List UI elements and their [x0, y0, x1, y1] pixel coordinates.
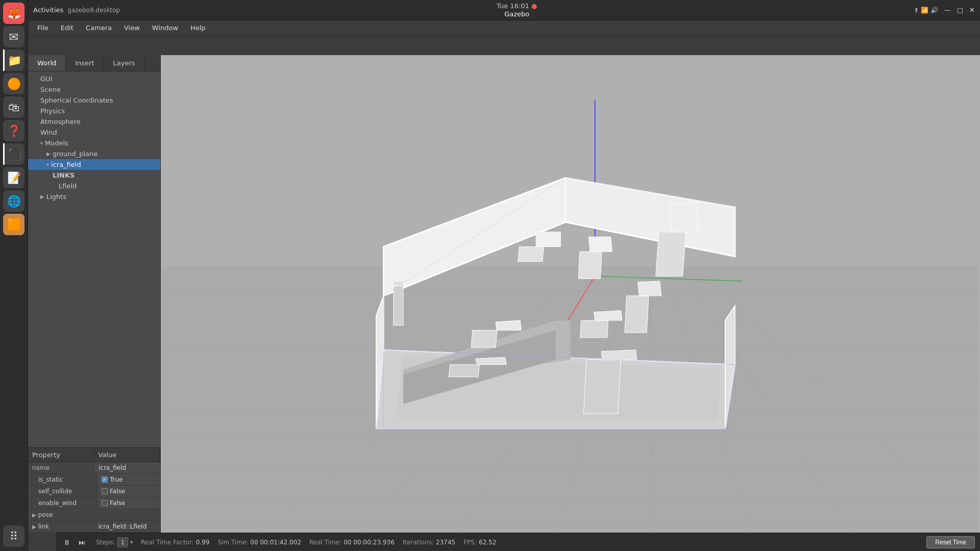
sim-time-item: Sim Time: 00 00:01:42.002 [217, 539, 301, 546]
tree-icra-field[interactable]: ▾ icra_field [28, 159, 160, 170]
tree-links[interactable]: LINKS [28, 170, 160, 181]
svg-rect-40 [394, 286, 403, 325]
files-icon[interactable]: 📁 [3, 49, 24, 71]
tree-gui[interactable]: GUI [28, 73, 160, 84]
prop-selfcollide-row: self_collide False [28, 486, 160, 497]
svg-marker-47 [594, 311, 622, 320]
prop-link-label: ▶ link [28, 521, 94, 532]
firefox-icon[interactable]: 🦊 [3, 3, 24, 24]
svg-marker-37 [670, 203, 698, 232]
svg-marker-33 [536, 232, 560, 247]
tab-insert[interactable]: Insert [66, 55, 104, 71]
prop-link-value: icra_field::Lfield [94, 521, 161, 532]
svg-marker-45 [476, 357, 507, 364]
gazebo-icon[interactable]: 🟧 [3, 214, 24, 235]
real-time-label: Real Time: [309, 539, 341, 546]
prop-isstatic-label: is_static [28, 474, 97, 485]
pose-arrow: ▶ [32, 512, 36, 518]
reset-time-button[interactable]: Reset Time [926, 536, 975, 548]
prop-selfcollide-value[interactable]: False [97, 486, 160, 497]
tree-spherical[interactable]: Spherical Coordinates [28, 95, 160, 106]
link-arrow: ▶ [32, 524, 36, 530]
prop-name-row: name icra_field [28, 462, 160, 474]
real-time-value: 00 00:00:23.936 [344, 539, 395, 546]
step-btn[interactable]: ⏭ [77, 537, 88, 548]
tree-ground-plane[interactable]: ▶ ground_plane [28, 148, 160, 159]
notes-icon[interactable]: 📝 [3, 167, 24, 188]
grid-icon[interactable]: ⠿ [3, 525, 24, 547]
menu-help[interactable]: Help [185, 22, 211, 34]
menu-bar: File Edit Camera View Window Help [28, 20, 980, 36]
activities-label[interactable]: Activities [33, 6, 63, 14]
svg-marker-35 [589, 237, 612, 252]
pause-btn[interactable]: ⏸ [61, 537, 72, 548]
steps-value[interactable]: 1 [117, 537, 129, 547]
svg-marker-41 [394, 281, 403, 286]
menu-file[interactable]: File [32, 22, 54, 34]
prop-link-row[interactable]: ▶ link icra_field::Lfield [28, 521, 160, 533]
prop-isstatic-row: is_static ✓ True [28, 474, 160, 486]
prop-pose-row[interactable]: ▶ pose [28, 509, 160, 521]
maximize-btn[interactable]: □ [957, 6, 963, 14]
app-name[interactable]: gazebo9.desktop [67, 7, 120, 14]
wind-checkbox[interactable] [102, 500, 108, 506]
models-arrow: ▾ [40, 140, 43, 146]
svg-rect-44 [449, 365, 479, 377]
rtf-label: Real Time Factor: [141, 539, 193, 546]
prop-pose-label: ▶ pose [28, 509, 160, 520]
ground-arrow: ▶ [46, 151, 51, 157]
svg-rect-36 [656, 232, 686, 277]
tree-physics[interactable]: Physics [28, 106, 160, 116]
iterations-label: Iterations: [403, 539, 434, 546]
prop-name-label: name [28, 462, 94, 473]
menu-camera[interactable]: Camera [81, 22, 117, 34]
minimize-btn[interactable]: — [944, 6, 951, 14]
terminal-icon[interactable]: ⬛ [3, 143, 24, 165]
tree-atmosphere[interactable]: Atmosphere [28, 116, 160, 127]
fps-label: FPS: [463, 539, 477, 546]
menu-view[interactable]: View [119, 22, 145, 34]
steps-label: Steps: [96, 539, 115, 546]
prop-isstatic-value[interactable]: ✓ True [97, 474, 160, 485]
menu-window[interactable]: Window [147, 22, 183, 34]
fps-value: 62.52 [479, 539, 496, 546]
title-bar: Activities gazebo9.desktop Tue 16:01 ● G… [28, 0, 980, 20]
steps-dropdown[interactable]: ▾ [130, 539, 133, 545]
prop-selfcollide-label: self_collide [28, 486, 97, 497]
tree-models[interactable]: ▾ Models [28, 138, 160, 148]
playback-controls: ⏸ ⏭ [61, 537, 88, 548]
prop-wind-value[interactable]: False [97, 497, 160, 509]
os-sidebar: 🦊 ✉ 📁 🟠 🛍 ❓ ⬛ 📝 🌐 🟧 ⠿ [0, 0, 28, 551]
tree-lfield[interactable]: Lfield [28, 181, 160, 191]
viewport[interactable] [161, 55, 980, 533]
svg-rect-34 [578, 252, 602, 279]
svg-rect-46 [580, 320, 608, 338]
tab-world[interactable]: World [28, 55, 66, 71]
browser2-icon[interactable]: 🌐 [3, 190, 24, 212]
sim-time-label: Sim Time: [217, 539, 248, 546]
close-btn[interactable]: ✕ [969, 6, 975, 14]
svg-rect-48 [583, 360, 621, 414]
prop-wind-row: enable_wind False [28, 497, 160, 509]
world-tree: GUI Scene Spherical Coordinates Physics … [28, 71, 160, 447]
tab-layers[interactable]: Layers [104, 55, 145, 71]
svg-rect-32 [518, 247, 544, 262]
ubuntu-icon[interactable]: 🟠 [3, 73, 24, 94]
help-icon[interactable]: ❓ [3, 120, 24, 141]
svg-rect-42 [471, 330, 497, 347]
main-layout: ↖ ✛ ↻ ⤢ ↩ ▾ ↪ ▾ ⬜ ● ⬛ ✦ ☀ ⚡ ⎘ 📋 ⊞ ⧠ 📐 📷 [28, 55, 980, 533]
selfcollide-checkbox[interactable] [102, 488, 108, 494]
properties-header: Property Value [28, 448, 160, 462]
menu-edit[interactable]: Edit [56, 22, 79, 34]
datetime: Tue 16:01 [497, 2, 529, 10]
icra-arrow: ▾ [46, 162, 49, 167]
prop-wind-label: enable_wind [28, 497, 97, 509]
title-bar-right: ⬆ 📶 🔊 — □ ✕ [914, 6, 975, 14]
prop-name-value[interactable]: icra_field [94, 462, 160, 473]
tree-wind[interactable]: Wind [28, 127, 160, 138]
mail-icon[interactable]: ✉ [3, 26, 24, 47]
app-store-icon[interactable]: 🛍 [3, 96, 24, 118]
isstatic-checkbox[interactable]: ✓ [102, 477, 108, 483]
tree-scene[interactable]: Scene [28, 84, 160, 95]
tree-lights[interactable]: ▶ Lights [28, 191, 160, 202]
